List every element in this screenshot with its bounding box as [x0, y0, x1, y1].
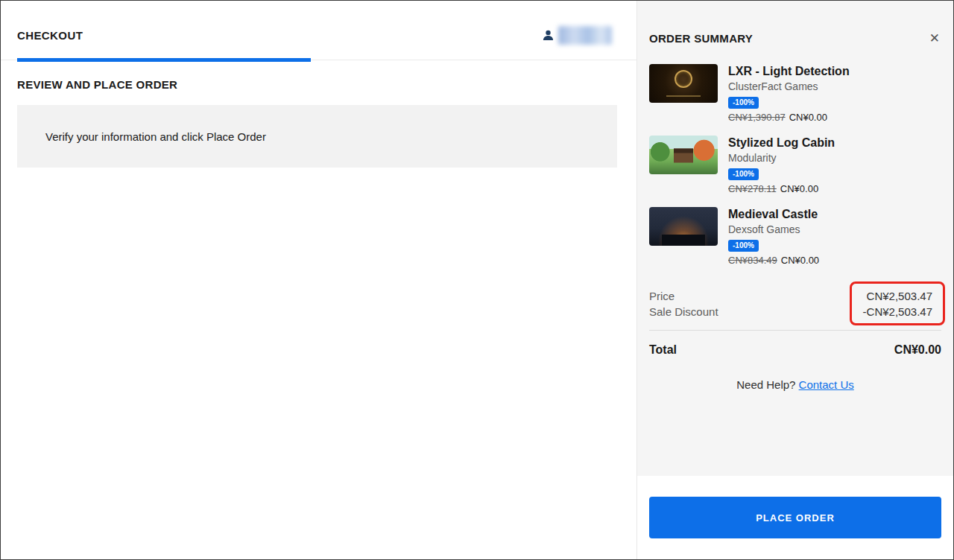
discount-badge: -100%: [728, 97, 759, 109]
total-value: CN¥0.00: [894, 343, 941, 357]
order-item: LXR - Light Detection ClusterFact Games …: [649, 64, 941, 123]
discount-badge: -100%: [728, 168, 759, 180]
sale-discount-label: Sale Discount: [649, 304, 718, 319]
checkout-page: CHECKOUT REVIEW AND PLACE ORDER Verify y…: [0, 0, 954, 560]
close-icon[interactable]: ✕: [928, 31, 941, 46]
total-row: Total CN¥0.00: [649, 343, 941, 357]
item-seller: Modularity: [728, 151, 835, 165]
item-thumbnail-lxr: [649, 64, 718, 103]
item-prices: CN¥278.11CN¥0.00: [728, 183, 835, 194]
item-info: LXR - Light Detection ClusterFact Games …: [728, 64, 850, 123]
item-current-price: CN¥0.00: [789, 112, 827, 123]
order-summary-header: ORDER SUMMARY ✕: [649, 1, 941, 64]
order-item: Stylized Log Cabin Modularity -100% CN¥2…: [649, 136, 941, 194]
sale-discount-value: -CN¥2,503.47: [863, 304, 941, 319]
price-row: Price CN¥2,503.47: [649, 288, 941, 304]
order-summary-panel: ORDER SUMMARY ✕ LXR - Light Detection Cl…: [636, 1, 953, 559]
item-prices: CN¥834.49CN¥0.00: [728, 255, 819, 266]
sale-discount-row: Sale Discount -CN¥2,503.47: [649, 304, 941, 319]
help-text: Need Help?: [736, 378, 795, 391]
item-original-price: CN¥834.49: [728, 255, 777, 266]
order-summary-body: ORDER SUMMARY ✕ LXR - Light Detection Cl…: [637, 1, 953, 476]
item-current-price: CN¥0.00: [780, 183, 818, 194]
item-title: Medieval Castle: [728, 207, 819, 222]
user-account-chip[interactable]: [542, 26, 612, 45]
verify-notice-text: Verify your information and click Place …: [45, 130, 266, 143]
order-summary-title: ORDER SUMMARY: [649, 32, 753, 45]
price-label: Price: [649, 288, 675, 304]
username-redacted: [558, 26, 612, 45]
order-items-list: LXR - Light Detection ClusterFact Games …: [649, 64, 941, 266]
item-title: LXR - Light Detection: [728, 64, 850, 79]
totals-divider: [649, 330, 941, 331]
item-original-price: CN¥278.11: [728, 183, 777, 194]
item-info: Stylized Log Cabin Modularity -100% CN¥2…: [728, 136, 835, 194]
active-tab-indicator: [17, 58, 311, 62]
item-thumbnail-castle: [649, 207, 718, 246]
totals-section: Price CN¥2,503.47 Sale Discount -CN¥2,50…: [649, 288, 941, 319]
item-original-price: CN¥1,390.87: [728, 112, 786, 123]
total-label: Total: [649, 343, 677, 357]
checkout-header: CHECKOUT: [1, 1, 636, 60]
item-thumbnail-cabin: [649, 136, 718, 174]
review-section-title: REVIEW AND PLACE ORDER: [17, 78, 620, 91]
verify-notice-box: Verify your information and click Place …: [17, 105, 617, 168]
contact-us-link[interactable]: Contact Us: [799, 378, 854, 391]
item-seller: ClusterFact Games: [728, 80, 850, 94]
price-value: CN¥2,503.47: [867, 288, 941, 304]
checkout-panel: CHECKOUT REVIEW AND PLACE ORDER Verify y…: [1, 1, 636, 559]
help-line: Need Help? Contact Us: [649, 378, 941, 391]
discount-badge: -100%: [728, 240, 759, 252]
user-icon: [542, 29, 555, 42]
order-item: Medieval Castle Dexsoft Games -100% CN¥8…: [649, 207, 941, 266]
item-info: Medieval Castle Dexsoft Games -100% CN¥8…: [728, 207, 819, 266]
item-prices: CN¥1,390.87CN¥0.00: [728, 112, 850, 123]
checkout-tab-label: CHECKOUT: [17, 29, 83, 42]
item-seller: Dexsoft Games: [728, 223, 819, 237]
tab-checkout[interactable]: CHECKOUT: [17, 11, 83, 60]
order-summary-footer: PLACE ORDER: [637, 476, 953, 559]
item-title: Stylized Log Cabin: [728, 136, 835, 150]
place-order-button[interactable]: PLACE ORDER: [649, 497, 941, 538]
item-current-price: CN¥0.00: [781, 255, 819, 266]
